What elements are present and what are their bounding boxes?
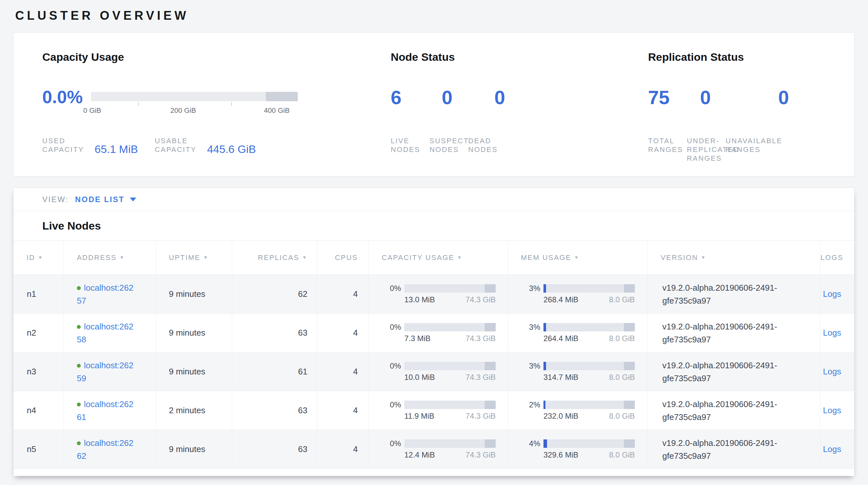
- capacity-bar-reserved-segment: [485, 362, 496, 370]
- used-capacity-label: USED CAPACITY: [42, 137, 91, 154]
- capacity-usage-bar: [404, 362, 496, 370]
- table-row: n1 localhost:26257 9 minutes 62 4 0% 13.…: [13, 275, 854, 314]
- logs-link[interactable]: Logs: [823, 328, 841, 338]
- axis-tickmark: [138, 102, 139, 106]
- cell-address: localhost:26257: [64, 275, 156, 313]
- sort-icon: ▼: [302, 255, 307, 260]
- node-list-card: VIEW: NODE LIST Live Nodes ID ▼ ADDRESS …: [13, 188, 855, 476]
- column-header-uptime[interactable]: UPTIME ▼: [156, 241, 232, 275]
- live-nodes-count: 6: [391, 87, 442, 108]
- column-header-version[interactable]: VERSION ▼: [648, 241, 820, 275]
- address-link[interactable]: localhost:26261: [77, 399, 133, 422]
- cell-replicas: 63: [232, 430, 317, 468]
- live-nodes-label: LIVE NODES: [391, 137, 430, 154]
- capacity-bar-reserved-segment: [485, 439, 496, 448]
- memory-percent: 2%: [521, 400, 540, 409]
- logs-link[interactable]: Logs: [823, 367, 841, 377]
- column-header-id[interactable]: ID ▼: [13, 241, 64, 275]
- cell-capacity-usage: 0% 7.3 MiB 74.3 GiB: [369, 314, 508, 352]
- cell-node-id: n5: [13, 430, 64, 468]
- memory-total-value: 8.0 GiB: [609, 295, 635, 304]
- capacity-used-value: 12.4 MiB: [404, 450, 435, 459]
- address-link[interactable]: localhost:26257: [77, 283, 133, 306]
- capacity-used-value: 11.9 MiB: [404, 411, 434, 421]
- memory-total-value: 8.0 GiB: [609, 411, 635, 421]
- capacity-percent: 0%: [382, 284, 401, 293]
- address-link[interactable]: localhost:26259: [77, 361, 133, 383]
- capacity-usage-bar: [91, 92, 298, 101]
- memory-bar-reserved-segment: [624, 284, 635, 293]
- node-status-labels: LIVE NODES SUSPECT NODES DEAD NODES: [391, 137, 648, 154]
- cell-logs: Logs: [820, 391, 854, 430]
- cell-cpus: 4: [317, 314, 369, 352]
- cell-logs: Logs: [820, 430, 854, 468]
- replication-status-title: Replication Status: [648, 51, 854, 63]
- sort-icon: ▼: [574, 255, 579, 260]
- under-replicated-ranges-label: UNDER-REPLICATED RANGES: [687, 137, 725, 163]
- cell-version: v19.2.0-alpha.20190606-2491-gfe735c9a97: [648, 275, 820, 313]
- column-header-capacity-usage[interactable]: CAPACITY USAGE ▼: [369, 241, 508, 275]
- dead-nodes-label: DEAD NODES: [468, 137, 507, 154]
- cell-mem-usage: 3% 314.7 MiB 8.0 GiB: [508, 352, 648, 391]
- memory-usage-bar: [544, 323, 635, 332]
- memory-usage-bar: [544, 284, 635, 293]
- memory-bar-used-segment: [544, 439, 547, 448]
- capacity-usage-bar: [404, 401, 496, 409]
- memory-bar-used-segment: [544, 362, 546, 370]
- live-status-icon: [77, 364, 81, 368]
- cell-uptime: 9 minutes: [156, 314, 232, 352]
- column-header-address[interactable]: ADDRESS ▼: [64, 241, 156, 275]
- usable-capacity-value: 445.6 GiB: [207, 144, 256, 154]
- capacity-used-value: 7.3 MiB: [404, 334, 430, 343]
- capacity-used-value: 13.0 MiB: [404, 295, 435, 304]
- replication-status-values: 75 0 0: [648, 87, 854, 111]
- memory-used-value: 314.7 MiB: [544, 373, 578, 382]
- cell-mem-usage: 2% 232.0 MiB 8.0 GiB: [508, 391, 648, 430]
- cell-cpus: 4: [317, 391, 369, 430]
- memory-percent: 3%: [521, 284, 540, 293]
- capacity-usage-axis: 0 GiB 200 GiB 400 GiB: [91, 102, 298, 117]
- capacity-bar-reserved-segment: [485, 323, 496, 332]
- memory-used-value: 329.6 MiB: [544, 450, 578, 459]
- cell-uptime: 9 minutes: [156, 430, 232, 468]
- cell-cpus: 4: [317, 352, 369, 391]
- total-ranges-label: TOTAL RANGES: [648, 137, 687, 163]
- suspect-nodes-count: 0: [442, 87, 494, 108]
- sort-icon: ▼: [701, 255, 706, 260]
- live-status-icon: [77, 403, 81, 406]
- capacity-usage-chart: 0 GiB 200 GiB 400 GiB: [91, 92, 298, 117]
- sort-icon: ▼: [120, 255, 125, 260]
- cluster-summary-card: Capacity Usage 0.0% 0 GiB 200 GiB 400 Gi…: [13, 32, 855, 176]
- memory-percent: 3%: [521, 362, 540, 371]
- logs-link[interactable]: Logs: [823, 444, 841, 454]
- cell-logs: Logs: [820, 275, 854, 313]
- capacity-total-value: 74.3 GiB: [466, 450, 496, 459]
- logs-link[interactable]: Logs: [823, 405, 841, 416]
- column-header-cpus: CPUS: [317, 241, 369, 275]
- memory-bar-used-segment: [544, 323, 546, 332]
- axis-tick-label: 200 GiB: [170, 106, 196, 115]
- memory-used-value: 268.4 MiB: [544, 295, 578, 304]
- column-header-mem-usage[interactable]: MEM USAGE ▼: [508, 241, 648, 275]
- address-link[interactable]: localhost:26262: [77, 438, 133, 461]
- memory-total-value: 8.0 GiB: [609, 450, 635, 459]
- cell-node-id: n3: [13, 352, 64, 391]
- replication-status-labels: TOTAL RANGES UNDER-REPLICATED RANGES UNA…: [648, 137, 854, 163]
- cell-uptime: 9 minutes: [156, 275, 232, 313]
- cell-replicas: 61: [232, 352, 317, 391]
- cell-address: localhost:26262: [64, 430, 156, 468]
- logs-link[interactable]: Logs: [823, 289, 841, 299]
- column-header-logs: LOGS: [820, 241, 857, 275]
- sort-icon: ▼: [38, 255, 43, 260]
- address-link[interactable]: localhost:26258: [77, 322, 133, 344]
- dead-nodes-count: 0: [494, 87, 505, 108]
- cell-capacity-usage: 0% 13.0 MiB 74.3 GiB: [369, 275, 508, 313]
- memory-bar-reserved-segment: [624, 439, 635, 448]
- memory-bar-reserved-segment: [624, 401, 635, 409]
- capacity-usage-bar: [404, 323, 496, 332]
- column-header-replicas[interactable]: REPLICAS ▼: [232, 241, 317, 275]
- memory-percent: 3%: [521, 323, 540, 332]
- cell-uptime: 2 minutes: [156, 391, 232, 430]
- memory-total-value: 8.0 GiB: [609, 334, 635, 343]
- view-selector-dropdown[interactable]: NODE LIST: [75, 195, 136, 204]
